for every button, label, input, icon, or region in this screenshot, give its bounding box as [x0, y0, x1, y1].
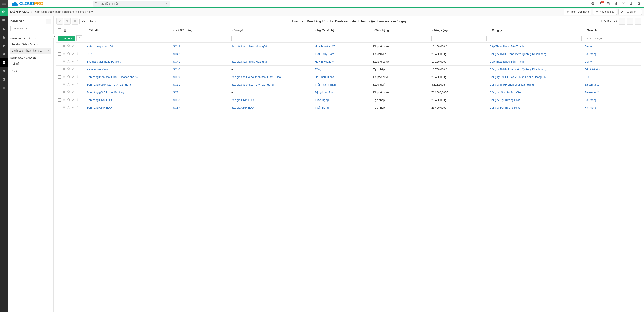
cell-title[interactable]: Đơn hàng CRM EDU: [87, 106, 112, 109]
cell-assignee[interactable]: Salesman 2: [584, 91, 599, 94]
rail-leads[interactable]: [0, 24, 8, 33]
module-title[interactable]: ĐƠN HÀNG: [10, 10, 29, 14]
cell-contact[interactable]: Huỳnh Hoàng Vĩ: [315, 60, 335, 63]
col-total[interactable]: ⇅Tổng cộng: [430, 26, 488, 34]
cell-company[interactable]: Công ty TNHH Phần mềm Quản lý Khách hàng…: [490, 52, 549, 55]
add-list-button[interactable]: +: [46, 19, 51, 24]
notifications-button[interactable]: 4: [599, 2, 602, 5]
reports-button[interactable]: [614, 2, 618, 5]
cell-title[interactable]: ĐH 1: [87, 52, 93, 55]
row-edit[interactable]: [72, 98, 75, 102]
sidebar-item-all[interactable]: Tất cả: [10, 61, 51, 67]
row-checkbox[interactable]: [58, 52, 61, 55]
col-quote[interactable]: ⇅Báo giá: [230, 26, 314, 34]
cell-company[interactable]: Cấp Thoát Nước Bến Thành: [490, 45, 524, 48]
cell-quote[interactable]: Báo giá cho Cơ hội triển khai CRM - Fina…: [231, 75, 283, 78]
row-checkbox[interactable]: [58, 83, 61, 86]
row-edit[interactable]: [72, 52, 75, 56]
cell-contact[interactable]: Đỗ Châu Thanh: [315, 75, 334, 78]
row-view[interactable]: [62, 98, 66, 102]
comment-button[interactable]: [72, 18, 78, 24]
row-star[interactable]: [67, 98, 70, 102]
row-checkbox[interactable]: [58, 45, 61, 48]
row-star[interactable]: [67, 83, 70, 86]
sidebar-item-pending[interactable]: Pending Sales Orders: [10, 41, 51, 47]
col-status[interactable]: ⇅Tình trạng: [372, 26, 430, 34]
list-search-input[interactable]: [10, 26, 51, 31]
row-view[interactable]: [62, 75, 66, 79]
select-all-checkbox[interactable]: [58, 28, 61, 31]
rail-opportunities[interactable]: [0, 41, 8, 50]
delete-button[interactable]: [64, 18, 70, 24]
cell-contact[interactable]: Tuấn Đặng: [315, 106, 328, 109]
row-checkbox[interactable]: [58, 91, 61, 94]
global-search-input[interactable]: [98, 2, 165, 5]
cell-assignee[interactable]: Ha Phong: [584, 52, 596, 55]
row-more[interactable]: [76, 106, 79, 109]
cell-quote[interactable]: Báo giá CRM EDU: [231, 106, 254, 109]
row-star[interactable]: [67, 67, 70, 71]
cell-orderno[interactable]: SO38: [173, 98, 180, 101]
row-view[interactable]: [62, 67, 66, 71]
cell-orderno[interactable]: SO41: [173, 60, 180, 63]
collapse-sidebar[interactable]: ‹: [53, 34, 56, 38]
pager-more[interactable]: •••: [627, 18, 633, 24]
row-view[interactable]: [62, 83, 66, 86]
grid-view-icon[interactable]: [63, 29, 66, 32]
pager-next[interactable]: ›: [635, 18, 641, 24]
filter-quote[interactable]: [231, 36, 312, 41]
row-edit[interactable]: [72, 106, 75, 109]
cell-orderno[interactable]: SO2: [173, 91, 178, 94]
search-button[interactable]: Tìm kiếm: [58, 36, 75, 41]
cell-company[interactable]: Công Ty TNHH Dịch Vụ Kinh Doanh Hoàng Ph…: [490, 75, 548, 78]
row-more[interactable]: [76, 44, 79, 48]
cell-orderno[interactable]: SO43: [173, 45, 180, 48]
cell-title[interactable]: Đơn hàng CRM EDU: [87, 98, 112, 101]
chevron-down-icon[interactable]: [165, 2, 168, 5]
rail-invoices[interactable]: [0, 67, 8, 75]
global-search[interactable]: [93, 1, 170, 6]
user-menu[interactable]: [630, 2, 633, 5]
col-company[interactable]: ⇅Công ty: [488, 26, 583, 34]
col-contact[interactable]: ⇅Người liên hệ: [314, 26, 372, 34]
clear-filters-button[interactable]: [76, 35, 82, 41]
cell-assignee[interactable]: Demo: [584, 45, 592, 48]
cell-assignee[interactable]: Ha Phong: [584, 106, 596, 109]
customize-button[interactable]: Tùy chỉnh: [618, 9, 642, 15]
row-star[interactable]: [67, 52, 70, 56]
filter-company[interactable]: [490, 36, 582, 41]
import-button[interactable]: Nhập dữ liệu: [593, 9, 617, 15]
row-view[interactable]: [62, 52, 66, 56]
cell-quote[interactable]: Báo giá khách hàng Hoàng Vĩ: [231, 60, 267, 63]
rail-more[interactable]: [0, 83, 8, 92]
cell-contact[interactable]: Đặng Minh Thức: [315, 91, 335, 94]
cell-orderno[interactable]: SO37: [173, 106, 180, 109]
row-view[interactable]: [62, 106, 66, 109]
row-star[interactable]: [67, 60, 70, 63]
cell-company[interactable]: Công ty cổ phần Sao Vàng: [490, 91, 522, 94]
cell-contact[interactable]: Trần Thúy Trâm: [315, 52, 334, 55]
cell-title[interactable]: Khách hàng Hoàng Vĩ: [87, 45, 113, 48]
cell-title[interactable]: Đơn hàng triển khai CRM - Finance cho 15…: [87, 75, 140, 78]
cell-assignee[interactable]: Demo: [584, 60, 592, 63]
cell-assignee[interactable]: Ha Phong: [584, 98, 596, 101]
cell-orderno[interactable]: SO40: [173, 68, 180, 71]
row-view[interactable]: [62, 44, 66, 48]
cell-title[interactable]: Đơn hàng gói CRM for Banking: [87, 91, 124, 94]
cell-company[interactable]: Công ty TNHH Phần mềm Quản lý Khách hàng…: [490, 68, 549, 71]
row-more[interactable]: [76, 90, 79, 94]
row-edit[interactable]: [72, 60, 75, 63]
hamburger-menu[interactable]: [0, 0, 8, 8]
col-assignee[interactable]: ⇅Giao cho: [583, 26, 641, 34]
row-more[interactable]: [76, 60, 79, 63]
rail-accounts[interactable]: [0, 33, 8, 41]
cell-company[interactable]: Công ty TNHH phân phối Toàn Hưng: [490, 83, 534, 86]
cell-assignee[interactable]: CEO: [584, 75, 590, 78]
row-more[interactable]: [76, 75, 79, 79]
cell-assignee[interactable]: Salesman 1: [584, 83, 599, 86]
add-order-button[interactable]: Thêm Đơn hàng: [564, 9, 591, 15]
cell-company[interactable]: Cấp Thoát Nước Bến Thành: [490, 60, 524, 63]
cell-contact[interactable]: Tuấn Đặng: [315, 98, 328, 101]
cell-assignee[interactable]: Administrator: [584, 68, 600, 71]
sidebar-item-caring[interactable]: Danh sách khách hàng c...: [10, 47, 51, 54]
